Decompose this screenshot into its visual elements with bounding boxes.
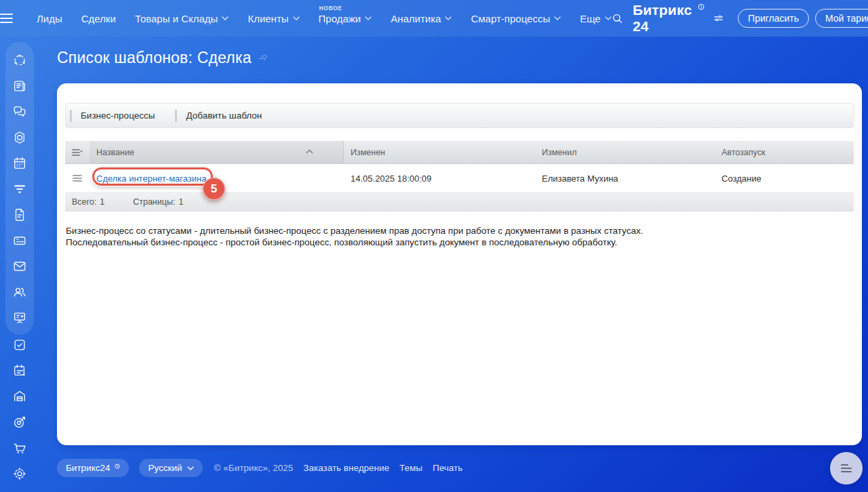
top-bar: Лиды Сделки Товары и Склады Клиенты НОВО… [0,0,868,37]
language-label: Русский [148,463,182,473]
process-description: Бизнес-процесс со статусами - длительный… [66,225,851,248]
cashbox-icon[interactable] [12,233,27,248]
nav-label: Товары и Склады [135,13,218,24]
users-icon[interactable] [12,285,27,300]
business-processes-button[interactable]: Бизнес-процессы [70,110,155,122]
modified-cell: 14.05.2025 18:00:09 [344,164,535,192]
new-badge: НОВОЕ [319,5,342,12]
logo-text: Битрикс 24 [633,2,696,35]
toolbar-button-label: Добавить шаблон [186,110,262,121]
target-icon[interactable] [12,415,27,430]
warehouse-icon[interactable] [12,389,27,404]
cart-icon[interactable] [12,440,27,455]
nav-label: Сделки [81,13,116,24]
board-icon[interactable] [12,310,27,325]
top-nav: Лиды Сделки Товары и Склады Клиенты НОВО… [37,13,612,24]
topbar-buttons: Пригласить Мой тариф Помощь [738,9,868,28]
settings-icon[interactable] [12,466,27,481]
table-summary: Всего: 1 Страницы: 1 [65,193,854,211]
nav-label: Еще [580,13,601,24]
nav-item-smart-processes[interactable]: Смарт-процессы [471,13,561,24]
mail-icon[interactable] [12,259,27,274]
column-label: Изменен [351,148,385,157]
nav-label: Лиды [37,13,62,24]
nav-item-products[interactable]: Товары и Склады [135,13,229,24]
nav-label: Продажи [319,13,361,24]
description-line: Последовательный бизнес-процесс - просто… [66,237,851,248]
footer-brand-label: Битрикс24 [66,463,110,473]
column-label: Изменил [542,148,576,157]
nav-item-more[interactable]: Еще [580,13,612,24]
chevron-down-icon [293,16,300,20]
quick-menu-button[interactable] [830,452,863,485]
pin-icon[interactable] [258,53,269,64]
sliders-icon[interactable] [714,14,723,23]
network-icon[interactable] [12,53,27,68]
main-menu-button[interactable] [0,18,13,19]
bitrix24-app: Лиды Сделки Товары и Склады Клиенты НОВО… [0,0,868,492]
document-icon[interactable] [12,207,27,222]
row-drag-handle[interactable] [65,164,90,192]
chevron-down-icon [554,16,561,20]
nav-item-clients[interactable]: Клиенты [248,13,299,24]
annotation-badge: 5 [203,178,225,200]
modified-by-cell: Елизавета Мухина [535,164,715,192]
column-header-name[interactable]: Название [90,141,344,163]
my-plan-button[interactable]: Мой тариф [815,9,868,28]
list-icon [841,464,852,472]
nav-item-sales[interactable]: НОВОЕ Продажи [319,13,372,24]
bitrix24-logo[interactable]: Битрикс 24 [633,2,705,35]
news-icon[interactable] [12,79,27,94]
chevron-down-icon [365,16,372,20]
page-footer: Битрикс24 Русский © «Битрикс», 2025 Зака… [57,459,462,477]
annotation-highlight [92,167,213,186]
column-label: Название [96,148,134,157]
messenger-icon[interactable] [12,104,27,119]
toolbar-divider [175,110,177,122]
toolbar-button-label: Бизнес-процессы [81,110,155,121]
clock-icon [115,464,120,469]
pages-count: Страницы: 1 [133,197,183,207]
print-link[interactable]: Печать [433,463,462,473]
autorun-cell: Создание [715,164,853,192]
chevron-down-icon [222,16,229,20]
left-sidebar [0,37,39,492]
toolbar-divider [70,110,72,122]
nav-item-deals[interactable]: Сделки [81,13,116,24]
schedule-icon[interactable] [12,363,27,378]
language-selector[interactable]: Русский [139,459,202,477]
nav-label: Смарт-процессы [471,13,550,24]
tasks-icon[interactable] [12,337,27,352]
chevron-down-icon [187,466,194,470]
grid-settings-button[interactable] [65,141,90,163]
chevron-down-icon [605,16,612,20]
sort-asc-icon [306,149,313,154]
nav-label: Аналитика [391,13,441,24]
clock-icon [698,3,705,10]
table-header: Название Изменен Изменил Автозапуск [65,141,854,164]
themes-link[interactable]: Темы [399,463,422,473]
automation-icon[interactable] [12,130,27,145]
nav-item-leads[interactable]: Лиды [37,13,62,24]
column-header-modified[interactable]: Изменен [344,141,535,163]
total-count: Всего: 1 [72,197,104,207]
crm-funnel-icon[interactable] [12,182,27,197]
topbar-right: Битрикс 24 Пригласить Мой тариф Помощь [612,2,868,35]
templates-card: Бизнес-процессы Добавить шаблон Название… [57,83,862,445]
invite-button[interactable]: Пригласить [738,9,809,28]
add-template-button[interactable]: Добавить шаблон [175,110,262,122]
nav-item-analytics[interactable]: Аналитика [391,13,452,24]
calendar-icon[interactable] [12,156,27,171]
sidebar-secondary-group [5,337,34,481]
column-header-autorun[interactable]: Автозапуск [715,141,853,163]
copyright-text: © «Битрикс», 2025 [214,463,294,473]
chevron-down-icon [445,16,452,20]
search-icon[interactable] [612,12,623,26]
description-line: Бизнес-процесс со статусами - длительный… [66,225,851,237]
page-title: Список шаблонов: Сделка [57,49,252,67]
nav-label: Клиенты [248,13,288,24]
sidebar-main-group [5,42,34,335]
order-implementation-link[interactable]: Заказать внедрение [303,463,389,473]
column-header-modified-by[interactable]: Изменил [535,141,715,163]
footer-brand-button[interactable]: Битрикс24 [57,459,129,477]
